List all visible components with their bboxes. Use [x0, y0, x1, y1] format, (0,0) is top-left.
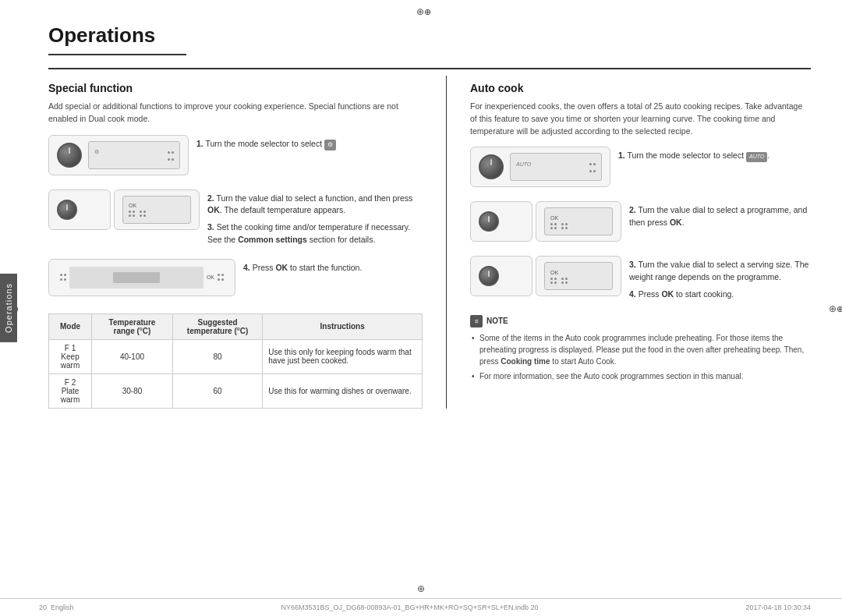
note-icon: ≡	[470, 315, 483, 327]
auto-step2-row: OK 2. Turn the value	[470, 201, 811, 248]
table-cell-mode-f2: F 2Plate warm	[49, 373, 92, 408]
auto-step1-row: AUTO 1. Turn the mode selector to select…	[470, 147, 811, 193]
side-tab: Operations	[0, 274, 17, 342]
footer: 20 English NY66M3531BS_OJ_DG68-00893A-01…	[0, 598, 842, 616]
step2-row: OK 2. Turn the value	[48, 189, 423, 251]
auto-step3-displays: OK	[470, 256, 621, 303]
note-item-2: For more information, see the Auto cook …	[472, 370, 811, 382]
step4-row: OK 4. Press OK to start the function.	[48, 259, 423, 303]
table-row: F 1Keep warm 40-100 80 Use this only for…	[49, 339, 423, 373]
mode-knob-1[interactable]	[57, 143, 82, 168]
auto-step1-text: 1. Turn the mode selector to select AUTO…	[618, 147, 811, 167]
table-cell-suggested-f1: 80	[172, 339, 262, 373]
step1-row: ⚙ 1. Turn the mode selector to select ⚙	[48, 135, 423, 182]
note-header: ≡ NOTE	[470, 315, 811, 327]
table-row: F 2Plate warm 30-80 60 Use this for warm…	[49, 373, 423, 408]
auto-step3-text: 3. Turn the value dial to select a servi…	[629, 256, 811, 305]
step1-display: ⚙	[48, 135, 189, 175]
auto-step3-row: OK 3. Turn the value	[470, 256, 811, 305]
auto-value-knob-2[interactable]	[479, 211, 499, 232]
auto-step2-displays: OK	[470, 201, 621, 248]
column-divider	[446, 76, 447, 409]
page-title: Operations	[48, 23, 186, 55]
auto-cook-section: Auto cook For inexperienced cooks, the o…	[470, 82, 811, 409]
auto-step3-display-left	[470, 256, 532, 296]
auto-mode-knob[interactable]	[479, 154, 504, 179]
auto-display-panel-1: AUTO	[510, 153, 602, 181]
table-header-mode: Mode	[49, 313, 92, 339]
columns-layout: Special function Add special or addition…	[48, 82, 811, 409]
auto-step2-display-right: OK	[536, 201, 621, 242]
auto-step2-text: 2. Turn the value dial to select a progr…	[629, 201, 811, 234]
auto-step2-display-left	[470, 201, 532, 242]
table-header-instructions: Instructions	[263, 313, 423, 339]
display-panel-2: OK	[122, 196, 191, 224]
auto-cook-title: Auto cook	[470, 82, 811, 94]
step2-displays: OK	[48, 189, 200, 236]
step4-text: 4. Press OK to start the function.	[243, 259, 423, 279]
note-label: NOTE	[486, 317, 508, 325]
special-function-description: Add special or additional functions to i…	[48, 101, 423, 126]
auto-step1-display: AUTO	[470, 147, 610, 187]
function-table: Mode Temperature range (°C) Suggested te…	[48, 313, 423, 409]
main-content: Operations Special function Add special …	[17, 0, 842, 616]
step2-display-right: OK	[114, 189, 200, 230]
footer-filename: NY66M3531BS_OJ_DG68-00893A-01_BG+HR+MK+R…	[281, 604, 539, 611]
table-cell-temp-range-f1: 40-100	[92, 339, 173, 373]
table-cell-instructions-f1: Use this only for keeping foods warm tha…	[263, 339, 423, 373]
table-header-temp-range: Temperature range (°C)	[92, 313, 173, 339]
auto-value-knob-3[interactable]	[479, 266, 499, 286]
table-cell-instructions-f2: Use this for warming dishes or ovenware.	[263, 373, 423, 408]
table-cell-temp-range-f2: 30-80	[92, 373, 173, 408]
page-number-label: 20 English	[39, 604, 74, 611]
special-function-title: Special function	[48, 82, 423, 94]
table-header-suggested-temp: Suggested temperature (°C)	[172, 313, 262, 339]
table-cell-suggested-f2: 60	[172, 373, 262, 408]
special-function-section: Special function Add special or addition…	[48, 82, 423, 409]
step4-display: OK	[48, 259, 235, 296]
auto-cook-description: For inexperienced cooks, the oven offers…	[470, 101, 811, 137]
crosshair-bottom: ⊕	[417, 583, 425, 594]
note-item-1: Some of the items in the Auto cook progr…	[472, 332, 811, 367]
step1-text: 1. Turn the mode selector to select ⚙	[196, 135, 423, 155]
step2-display-left	[48, 189, 111, 230]
value-knob-2[interactable]	[57, 200, 77, 220]
auto-step3-display-right: OK	[536, 256, 621, 296]
footer-timestamp: 2017-04-18 10:30:34	[745, 604, 811, 611]
step2-text: 2. Turn the value dial to select a funct…	[207, 189, 423, 251]
note-list: Some of the items in the Auto cook progr…	[470, 332, 811, 382]
table-cell-mode-f1: F 1Keep warm	[49, 339, 92, 373]
note-section: ≡ NOTE Some of the items in the Auto coo…	[470, 315, 811, 382]
display-panel-1: ⚙	[88, 141, 180, 169]
